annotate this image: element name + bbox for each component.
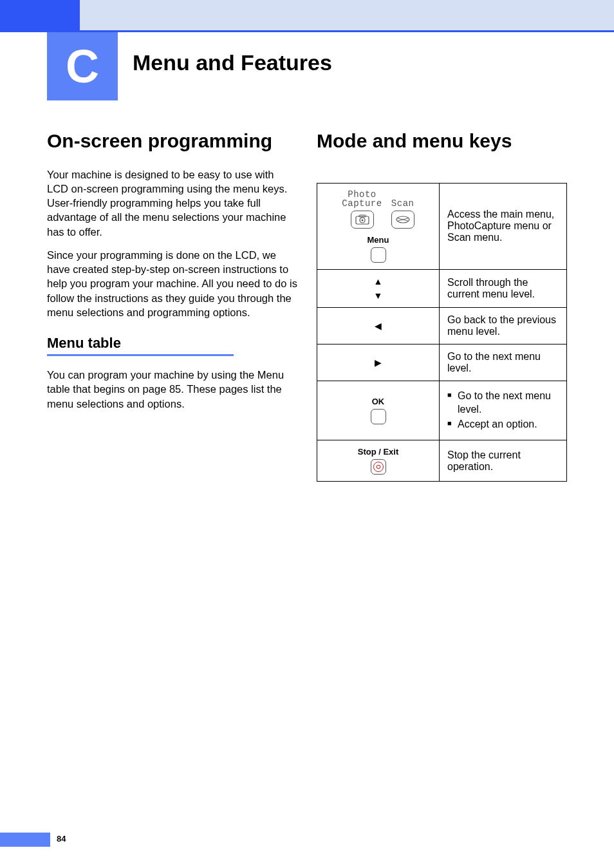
key-cell-stop: Stop / Exit: [317, 440, 440, 482]
table-row: Stop / Exit Stop the current operation.: [317, 440, 567, 482]
mode-menu-keys-table: Photo Capture Scan: [317, 183, 567, 482]
key-cell-left: ◀: [317, 307, 440, 344]
header-accent: [0, 0, 80, 32]
para-menu-table: You can program your machine by using th…: [47, 368, 297, 411]
key-cell-right: ▶: [317, 344, 440, 381]
key-cell-menu: Photo Capture Scan: [317, 183, 440, 269]
left-arrow-icon: ◀: [375, 321, 382, 331]
para-intro-1: Your machine is designed to be easy to u…: [47, 167, 297, 239]
right-arrow-icon: ▶: [375, 357, 382, 368]
desc-cell: Scroll through the current menu level.: [440, 269, 567, 307]
list-item: Accept an option.: [447, 418, 559, 431]
section-heading-onscreen: On-screen programming: [47, 129, 297, 153]
desc-cell: Access the main menu, PhotoCapture menu …: [440, 183, 567, 269]
table-row: ▶ Go to the next menu level.: [317, 344, 567, 381]
stop-label: Stop / Exit: [358, 447, 399, 457]
table-row: ▲ ▼ Scroll through the current menu leve…: [317, 269, 567, 307]
para-intro-2: Since your programming is done on the LC…: [47, 248, 297, 319]
page-number: 84: [57, 834, 66, 844]
table-row: Photo Capture Scan: [317, 183, 567, 269]
chapter-badge: C: [47, 32, 118, 100]
table-row: OK Go to the next menu level. Accept an …: [317, 381, 567, 440]
chapter-letter: C: [66, 40, 99, 93]
scan-label: Scan: [391, 199, 414, 209]
key-cell-updown: ▲ ▼: [317, 269, 440, 307]
header-bar: [0, 0, 614, 32]
desc-cell-ok: Go to the next menu level. Accept an opt…: [440, 381, 567, 440]
svg-point-2: [361, 219, 363, 221]
capture-label: Capture: [342, 198, 382, 209]
content: On-screen programming Your machine is de…: [47, 129, 567, 482]
left-column: On-screen programming Your machine is de…: [47, 129, 297, 482]
chapter-title: Menu and Features: [133, 50, 332, 75]
ok-button-icon: [371, 409, 386, 424]
list-item: Go to the next menu level.: [447, 390, 559, 417]
page-number-bar: [0, 833, 50, 847]
stop-button-icon: [371, 459, 386, 475]
ok-bullets: Go to the next menu level. Accept an opt…: [447, 390, 559, 431]
subheading-rule: [47, 354, 234, 356]
section-heading-mode-keys: Mode and menu keys: [317, 129, 567, 153]
menu-button-icon: [371, 247, 386, 263]
down-arrow-icon: ▼: [374, 290, 383, 301]
scan-icon: [391, 211, 414, 229]
menu-block-graphic: Photo Capture Scan: [325, 190, 431, 263]
table-row: ◀ Go back to the previous menu level.: [317, 307, 567, 344]
photo-label: Photo: [348, 189, 377, 200]
subheading-menu-table: Menu table: [47, 335, 297, 352]
up-arrow-icon: ▲: [374, 276, 383, 287]
right-column: Mode and menu keys Photo Capture: [317, 129, 567, 482]
ok-label: OK: [372, 397, 385, 406]
key-cell-ok: OK: [317, 381, 440, 440]
desc-cell: Stop the current operation.: [440, 440, 567, 482]
menu-label: Menu: [367, 235, 389, 245]
photocapture-icon: [351, 211, 374, 229]
desc-cell: Go to the next menu level.: [440, 344, 567, 381]
desc-cell: Go back to the previous menu level.: [440, 307, 567, 344]
